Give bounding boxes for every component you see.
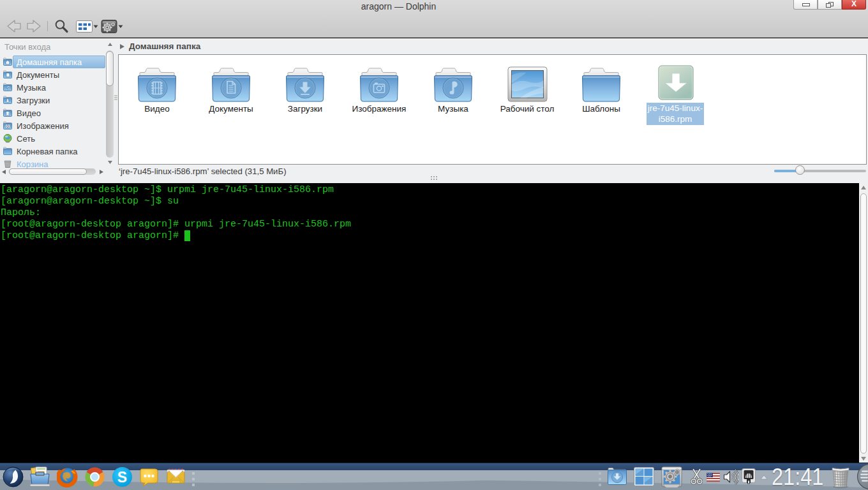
svg-text:S: S [117, 469, 127, 486]
